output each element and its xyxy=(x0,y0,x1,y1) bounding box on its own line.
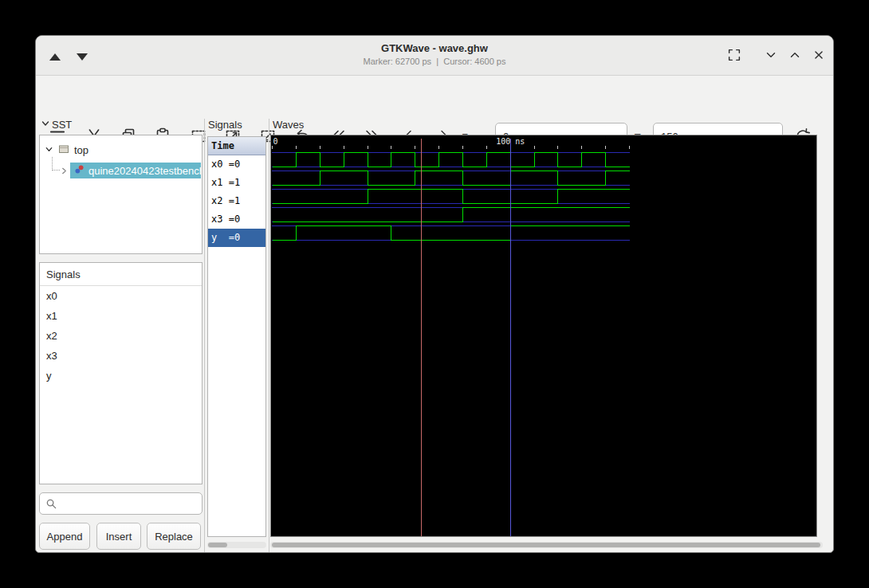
waveform-canvas[interactable]: 0100 ns xyxy=(271,135,817,537)
signal-name-row[interactable]: x1 =1 xyxy=(208,174,265,192)
pane-splitter-right[interactable] xyxy=(269,119,269,552)
replace-button[interactable]: Replace xyxy=(147,523,201,550)
append-button[interactable]: Append xyxy=(39,523,90,550)
time-header-button[interactable]: Time xyxy=(208,137,265,155)
tree-item-label: quine20240423testbench xyxy=(88,165,201,177)
signal-name-row[interactable]: x3 =0 xyxy=(208,210,265,229)
list-item[interactable]: x3 xyxy=(40,346,202,366)
signal-name-row-selected[interactable]: y =0 xyxy=(208,229,265,247)
insert-button[interactable]: Insert xyxy=(96,523,141,550)
signal-search-box xyxy=(39,492,203,515)
testbench-icon xyxy=(74,164,85,177)
marker-cursor-status: Marker: 62700 ps | Cursor: 4600 ps xyxy=(36,57,833,66)
expander-down-icon xyxy=(41,119,50,131)
list-item[interactable]: y xyxy=(40,366,202,386)
toolbar: From: To: xyxy=(36,76,833,118)
tree-item-top[interactable]: top xyxy=(43,140,88,159)
fullscreen-button[interactable] xyxy=(725,46,744,65)
fullscreen-icon xyxy=(726,47,742,65)
list-item[interactable]: x2 xyxy=(40,326,202,346)
minimize-button[interactable] xyxy=(761,46,781,65)
scrollbar-thumb[interactable] xyxy=(208,543,227,547)
expander-right-icon[interactable] xyxy=(61,163,68,178)
desktop-background: GTKWave - wave.ghw Marker: 62700 ps | Cu… xyxy=(0,0,869,588)
wave-display-panel: 0100 ns xyxy=(270,135,817,537)
svg-text:0: 0 xyxy=(273,137,278,146)
tree-item-testbench[interactable]: quine20240423testbench xyxy=(61,161,201,180)
names-horizontal-scrollbar[interactable] xyxy=(207,542,266,548)
module-icon xyxy=(58,143,69,157)
search-input[interactable] xyxy=(61,494,196,513)
close-icon xyxy=(812,48,826,65)
titlebar[interactable]: GTKWave - wave.ghw Marker: 62700 ps | Cu… xyxy=(36,36,833,76)
expander-down-icon[interactable] xyxy=(45,144,53,156)
signal-name-row[interactable]: x0 =0 xyxy=(208,155,265,174)
scrollbar-thumb[interactable] xyxy=(272,543,820,547)
search-icon xyxy=(45,498,57,513)
list-item[interactable]: x1 xyxy=(40,306,202,326)
sst-tree-panel: top quine20240423testbench xyxy=(39,135,203,254)
pane-splitter-left[interactable] xyxy=(204,119,205,552)
chevron-up-icon xyxy=(788,48,802,65)
close-button[interactable] xyxy=(809,46,828,65)
selected-tree-item[interactable]: quine20240423testbench xyxy=(70,163,201,178)
gtkwave-window: GTKWave - wave.ghw Marker: 62700 ps | Cu… xyxy=(35,35,834,553)
waves-horizontal-scrollbar[interactable] xyxy=(270,542,823,548)
sst-frame-label[interactable]: SST xyxy=(41,119,72,131)
signal-list-panel: Signals x0 x1 x2 x3 y xyxy=(39,262,203,484)
signal-name-row[interactable]: x2 =1 xyxy=(208,192,265,210)
signals-frame-label: Signals xyxy=(208,119,242,131)
signal-names-panel: Time x0 =0 x1 =1 x2 =1 x3 =0 y =0 xyxy=(207,136,266,537)
signal-list-header: Signals xyxy=(40,263,202,286)
chevron-down-icon xyxy=(764,48,778,65)
maximize-button[interactable] xyxy=(785,46,804,65)
window-title: GTKWave - wave.ghw xyxy=(36,42,833,54)
tree-connector-line xyxy=(52,157,60,171)
tree-item-label: top xyxy=(74,144,88,156)
waves-frame-label: Waves xyxy=(273,119,304,131)
list-item[interactable]: x0 xyxy=(40,286,202,306)
